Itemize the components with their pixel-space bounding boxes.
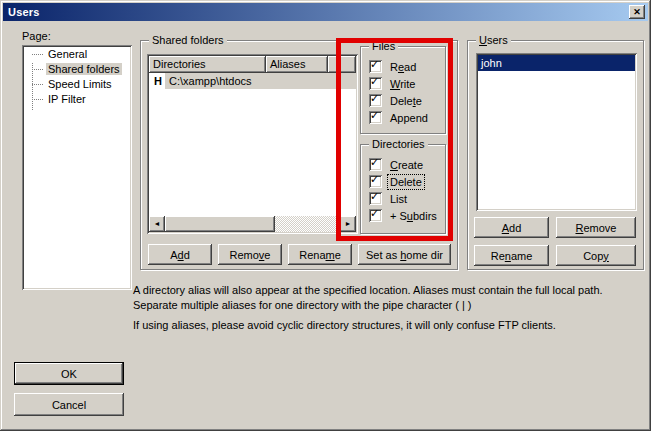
tree-branch-line <box>32 54 44 55</box>
left-arrow-icon: ◄ <box>154 220 161 227</box>
directory-path: C:\xampp\htdocs <box>165 73 356 89</box>
page-item-shared-folders[interactable]: Shared folders <box>24 62 130 77</box>
list-item-user[interactable]: john <box>478 55 635 71</box>
page-item-label: IP Filter <box>46 93 88 105</box>
annotation-rectangle <box>336 38 453 241</box>
users-group-label: Users <box>476 34 511 47</box>
tree-branch-line <box>32 99 44 100</box>
scroll-track[interactable] <box>275 216 340 232</box>
add-user-button[interactable]: Add <box>474 217 549 238</box>
page-item-label: Shared folders <box>46 63 122 75</box>
column-header-aliases[interactable]: Aliases <box>266 56 328 73</box>
scroll-left-button[interactable]: ◄ <box>149 216 165 232</box>
close-icon: ✕ <box>633 7 641 17</box>
title-bar[interactable]: Users ✕ <box>3 3 648 21</box>
page-label: Page: <box>22 30 51 42</box>
close-button[interactable]: ✕ <box>629 5 645 19</box>
page-item-ip-filter[interactable]: IP Filter <box>24 92 130 107</box>
shared-folders-list[interactable]: Directories Aliases H C:\xampp\htdocs ◄ … <box>147 54 358 234</box>
page-item-speed-limits[interactable]: Speed Limits <box>24 77 130 92</box>
shared-folders-group-label: Shared folders <box>149 34 227 47</box>
notes-block: A directory alias will also appear at th… <box>133 283 650 333</box>
alias-note: A directory alias will also appear at th… <box>133 283 650 313</box>
cancel-button[interactable]: Cancel <box>14 393 124 416</box>
list-header: Directories Aliases <box>149 56 356 73</box>
rename-user-button[interactable]: Rename <box>474 245 549 266</box>
table-row[interactable]: H C:\xampp\htdocs <box>149 73 356 89</box>
remove-folder-button[interactable]: Remove <box>218 244 282 265</box>
page-tree[interactable]: General Shared folders Speed Limits IP F… <box>22 45 132 290</box>
copy-user-button[interactable]: Copy <box>556 245 636 266</box>
horizontal-scrollbar[interactable]: ◄ ► <box>149 216 356 232</box>
page-item-label: General <box>46 48 89 60</box>
ok-button[interactable]: OK <box>14 362 124 385</box>
add-folder-button[interactable]: Add <box>148 244 212 265</box>
page-item-label: Speed Limits <box>46 78 114 90</box>
column-header-directories[interactable]: Directories <box>149 56 266 73</box>
remove-user-button[interactable]: Remove <box>556 217 636 238</box>
tree-branch-line <box>32 69 44 70</box>
users-dialog: Users ✕ Page: General Shared folders Spe… <box>0 0 651 431</box>
home-marker: H <box>149 73 165 89</box>
window-title: Users <box>3 6 40 18</box>
tree-branch-line <box>32 84 44 85</box>
page-tree-inner: General Shared folders Speed Limits IP F… <box>24 47 130 288</box>
page-item-general[interactable]: General <box>24 47 130 62</box>
users-list[interactable]: john <box>476 53 637 211</box>
scroll-thumb[interactable] <box>165 216 275 232</box>
set-home-dir-button[interactable]: Set as home dir <box>358 244 451 265</box>
rename-folder-button[interactable]: Rename <box>288 244 352 265</box>
cyclic-note: If using aliases, please avoid cyclic di… <box>133 318 650 333</box>
